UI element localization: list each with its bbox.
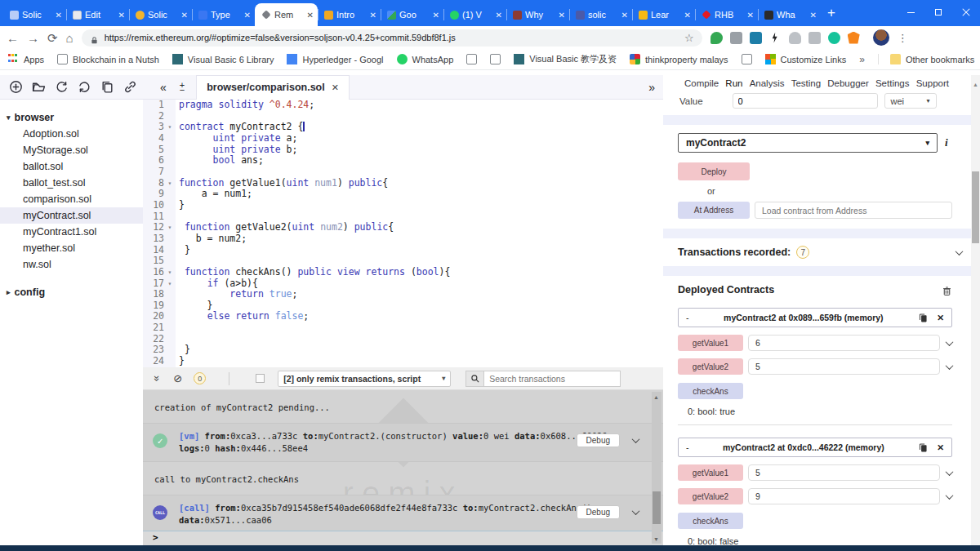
at-address-button[interactable]: At Address	[678, 202, 750, 219]
scroll-up-icon[interactable]: ▲	[653, 394, 659, 400]
publish-gist-icon[interactable]	[55, 80, 69, 94]
chevron-down-icon[interactable]	[946, 491, 954, 500]
bookmark-item[interactable]: Visual Basic 教学及资	[514, 53, 617, 65]
chevron-down-icon[interactable]	[946, 338, 954, 346]
deployed-contract-header[interactable]: -myContract2 at 0xdc0...46222 (memory)✕	[678, 438, 952, 457]
browser-tab[interactable]: Solic✕	[3, 3, 66, 26]
apps-shortcut[interactable]: Apps	[8, 54, 44, 64]
editor-tab[interactable]: browser/comparison.sol ✕	[196, 75, 350, 100]
browser-tab[interactable]: Edit✕	[66, 3, 129, 26]
tab-close-icon[interactable]: ✕	[181, 11, 188, 20]
value-input[interactable]	[733, 93, 878, 109]
bookmark-item[interactable]: thinkproperty malays	[630, 54, 728, 64]
file-item[interactable]: myether.sol	[0, 240, 143, 256]
unit-select[interactable]: wei ▾	[884, 93, 937, 109]
metamask-extension-icon[interactable]	[848, 32, 860, 44]
collapse-file-panel-icon[interactable]: «	[160, 81, 167, 94]
at-address-input[interactable]	[755, 202, 952, 219]
new-file-icon[interactable]	[9, 80, 23, 94]
tab-close-icon[interactable]: ✕	[332, 82, 339, 93]
bookmark-item[interactable]: Customize Links	[765, 54, 847, 64]
browser-tab[interactable]: RHB✕	[695, 3, 758, 26]
chevron-down-icon[interactable]	[632, 507, 640, 515]
terminal-expand-icon[interactable]: »	[151, 375, 163, 381]
collapse-contract-icon[interactable]: -	[686, 313, 689, 322]
bookmark-item[interactable]: WhatsApp	[397, 54, 454, 64]
collapse-contract-icon[interactable]: -	[686, 442, 689, 452]
forward-icon[interactable]: →	[27, 32, 39, 44]
avatar[interactable]	[873, 29, 889, 46]
chevron-down-icon[interactable]	[956, 247, 964, 256]
panel-tab-debugger[interactable]: Debugger	[824, 78, 872, 89]
chevron-down-icon[interactable]	[946, 362, 954, 370]
file-item[interactable]: ballot.sol	[0, 158, 143, 175]
browser-tab[interactable]: Goo✕	[381, 3, 443, 26]
contract-select[interactable]: myContract2 ▾	[678, 133, 938, 153]
file-item[interactable]: comparison.sol	[0, 191, 143, 207]
tab-close-icon[interactable]: ✕	[621, 11, 628, 20]
reload-icon[interactable]: ⟳	[47, 32, 58, 44]
debug-button[interactable]: Debug	[577, 505, 620, 519]
getValue2-button[interactable]: getValue2	[678, 488, 743, 504]
tab-close-icon[interactable]: ✕	[244, 11, 251, 20]
panel-tab-support[interactable]: Support	[913, 78, 952, 89]
tab-close-icon[interactable]: ✕	[118, 11, 125, 20]
scroll-up-icon[interactable]: ▲	[973, 82, 978, 87]
file-item[interactable]: Adoption.sol	[0, 126, 143, 142]
bolt-extension-icon[interactable]	[769, 32, 782, 44]
restore-icon[interactable]	[924, 0, 952, 24]
other-bookmarks[interactable]: Other bookmarks	[878, 54, 974, 64]
checkAns-button[interactable]: checkAns	[678, 383, 743, 399]
file-item[interactable]: ballot_test.sol	[0, 175, 143, 191]
getValue1-button[interactable]: getValue1	[678, 335, 743, 351]
back-icon[interactable]: ←	[7, 32, 19, 44]
info-icon[interactable]: i	[945, 136, 948, 149]
terminal-clear-icon[interactable]: ⊘	[173, 372, 182, 384]
listen-network-checkbox[interactable]	[256, 374, 265, 383]
tab-close-icon[interactable]: ✕	[370, 11, 376, 20]
tree-config[interactable]: ▸ config	[0, 284, 143, 300]
pdf-extension-icon[interactable]	[808, 32, 821, 44]
browser-tab[interactable]: Type✕	[192, 3, 255, 26]
panel-tab-settings[interactable]: Settings	[872, 78, 913, 89]
transactions-card[interactable]: Transactions recorded: 7	[663, 238, 980, 266]
browser-tab[interactable]: Intro✕	[318, 3, 381, 26]
tab-close-icon[interactable]: ✕	[559, 11, 565, 20]
debug-button[interactable]: Debug	[577, 433, 620, 447]
getValue2-button[interactable]: getValue2	[678, 358, 743, 375]
panel-tab-compile[interactable]: Compile	[681, 78, 722, 89]
browser-tab[interactable]: Rem✕	[255, 3, 318, 26]
tab-close-icon[interactable]: ✕	[307, 11, 314, 20]
bookmark-item[interactable]: Hyperledger - Googl	[287, 54, 383, 64]
cloud-extension-icon[interactable]	[789, 32, 801, 44]
panel-tab-analysis[interactable]: Analysis	[746, 78, 788, 89]
terminal-scrollbar[interactable]: ▲ ▼	[652, 392, 662, 544]
browser-tab[interactable]: solic✕	[569, 3, 632, 26]
fold-arrow-icon[interactable]: ▾	[164, 267, 176, 278]
file-item[interactable]: myContract1.sol	[0, 224, 143, 240]
getValue1-input[interactable]	[748, 464, 940, 481]
wave-extension-icon[interactable]	[750, 32, 762, 44]
chevron-down-icon[interactable]	[946, 468, 954, 476]
copy-address-icon[interactable]	[918, 442, 929, 453]
getValue2-input[interactable]	[748, 488, 940, 504]
chevron-down-icon[interactable]	[632, 435, 640, 443]
bookmark-item[interactable]: Visual Basic 6 Library	[172, 54, 274, 64]
fold-arrow-icon[interactable]: ▾	[164, 222, 176, 233]
bookmark-item[interactable]	[742, 54, 752, 64]
fold-arrow-icon[interactable]: ▾	[164, 278, 176, 290]
bookmarks-overflow-icon[interactable]: »	[859, 54, 865, 65]
browser-tab[interactable]: (1) V✕	[443, 3, 506, 26]
code-editor[interactable]: 1pragma solidity ^0.4.24;23▾contract myC…	[143, 100, 663, 367]
bookmark-item[interactable]	[490, 54, 501, 64]
kebab-menu-icon[interactable]: ⋮	[898, 32, 908, 44]
new-tab-button[interactable]: +	[827, 5, 835, 21]
deployed-contract-header[interactable]: -myContract2 at 0x089...659fb (memory)✕	[678, 308, 952, 327]
panel-scrollbar[interactable]: ▲	[971, 75, 980, 545]
import-url-icon[interactable]	[78, 80, 91, 94]
file-item[interactable]: myContract.sol	[0, 207, 143, 224]
link-icon[interactable]	[123, 80, 137, 94]
tab-close-icon[interactable]: ✕	[747, 11, 754, 20]
copy-address-icon[interactable]	[918, 313, 929, 323]
bookmark-item[interactable]	[466, 54, 477, 64]
